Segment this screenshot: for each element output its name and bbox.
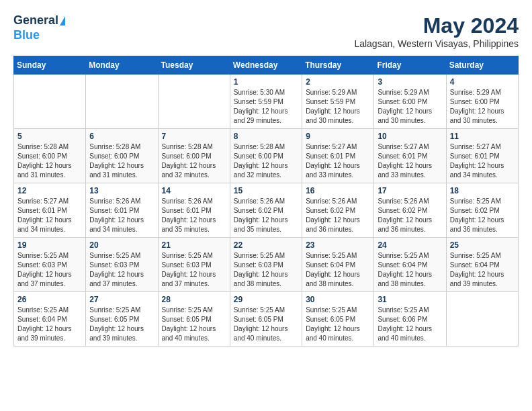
day-number: 26 [17, 295, 82, 304]
day-number: 18 [450, 186, 515, 195]
calendar-cell: 1Sunrise: 5:30 AM Sunset: 5:59 PM Daylig… [230, 75, 302, 129]
day-detail: Sunrise: 5:25 AM Sunset: 6:04 PM Dayligh… [450, 251, 515, 289]
calendar-cell [158, 75, 230, 129]
day-detail: Sunrise: 5:25 AM Sunset: 6:03 PM Dayligh… [234, 251, 298, 289]
day-detail: Sunrise: 5:25 AM Sunset: 6:05 PM Dayligh… [306, 306, 370, 343]
calendar-cell: 30Sunrise: 5:25 AM Sunset: 6:05 PM Dayli… [302, 292, 374, 347]
calendar-cell [446, 292, 518, 347]
calendar-cell: 21Sunrise: 5:25 AM Sunset: 6:03 PM Dayli… [158, 238, 230, 292]
calendar-cell: 7Sunrise: 5:28 AM Sunset: 6:00 PM Daylig… [158, 129, 230, 183]
day-detail: Sunrise: 5:29 AM Sunset: 6:00 PM Dayligh… [378, 88, 442, 126]
calendar-cell: 20Sunrise: 5:25 AM Sunset: 6:03 PM Dayli… [86, 238, 158, 292]
day-detail: Sunrise: 5:28 AM Sunset: 6:00 PM Dayligh… [162, 142, 226, 180]
day-detail: Sunrise: 5:27 AM Sunset: 6:01 PM Dayligh… [17, 197, 82, 234]
day-detail: Sunrise: 5:26 AM Sunset: 6:02 PM Dayligh… [306, 197, 370, 234]
calendar-cell: 24Sunrise: 5:25 AM Sunset: 6:04 PM Dayli… [374, 238, 446, 292]
day-detail: Sunrise: 5:25 AM Sunset: 6:04 PM Dayligh… [17, 306, 82, 343]
header-tuesday: Tuesday [158, 56, 230, 75]
calendar-cell: 12Sunrise: 5:27 AM Sunset: 6:01 PM Dayli… [14, 183, 86, 238]
header-wednesday: Wednesday [230, 56, 302, 75]
calendar-cell: 2Sunrise: 5:29 AM Sunset: 5:59 PM Daylig… [302, 75, 374, 129]
day-detail: Sunrise: 5:25 AM Sunset: 6:03 PM Dayligh… [89, 251, 154, 289]
day-detail: Sunrise: 5:26 AM Sunset: 6:02 PM Dayligh… [234, 197, 298, 234]
calendar-cell: 26Sunrise: 5:25 AM Sunset: 6:04 PM Dayli… [14, 292, 86, 347]
day-number: 31 [378, 295, 442, 304]
calendar-cell: 25Sunrise: 5:25 AM Sunset: 6:04 PM Dayli… [446, 238, 518, 292]
calendar-cell: 17Sunrise: 5:26 AM Sunset: 6:02 PM Dayli… [374, 183, 446, 238]
day-detail: Sunrise: 5:25 AM Sunset: 6:04 PM Dayligh… [306, 251, 370, 289]
day-detail: Sunrise: 5:25 AM Sunset: 6:05 PM Dayligh… [234, 306, 298, 343]
day-number: 28 [162, 295, 226, 304]
location: Lalagsan, Western Visayas, Philippines [354, 38, 519, 49]
calendar-cell: 6Sunrise: 5:28 AM Sunset: 6:00 PM Daylig… [86, 129, 158, 183]
month-title: May 2024 [354, 13, 519, 38]
week-row-1: 5Sunrise: 5:28 AM Sunset: 6:00 PM Daylig… [14, 129, 519, 183]
day-detail: Sunrise: 5:29 AM Sunset: 6:00 PM Dayligh… [450, 88, 515, 126]
day-number: 7 [162, 132, 226, 141]
day-detail: Sunrise: 5:25 AM Sunset: 6:05 PM Dayligh… [162, 306, 226, 343]
day-detail: Sunrise: 5:25 AM Sunset: 6:04 PM Dayligh… [378, 251, 442, 289]
calendar-cell: 4Sunrise: 5:29 AM Sunset: 6:00 PM Daylig… [446, 75, 518, 129]
day-number: 4 [450, 77, 515, 87]
day-number: 1 [234, 77, 298, 87]
day-detail: Sunrise: 5:29 AM Sunset: 5:59 PM Dayligh… [306, 88, 370, 126]
header-monday: Monday [86, 56, 158, 75]
day-number: 17 [378, 186, 442, 195]
day-number: 10 [378, 132, 442, 141]
calendar-cell [14, 75, 86, 129]
week-row-3: 19Sunrise: 5:25 AM Sunset: 6:03 PM Dayli… [14, 238, 519, 292]
calendar-cell: 22Sunrise: 5:25 AM Sunset: 6:03 PM Dayli… [230, 238, 302, 292]
day-number: 21 [162, 240, 226, 250]
title-area: May 2024 Lalagsan, Western Visayas, Phil… [354, 13, 519, 49]
day-detail: Sunrise: 5:26 AM Sunset: 6:01 PM Dayligh… [89, 197, 154, 234]
day-detail: Sunrise: 5:25 AM Sunset: 6:03 PM Dayligh… [162, 251, 226, 289]
calendar-cell: 5Sunrise: 5:28 AM Sunset: 6:00 PM Daylig… [14, 129, 86, 183]
calendar-cell: 14Sunrise: 5:26 AM Sunset: 6:01 PM Dayli… [158, 183, 230, 238]
day-number: 5 [17, 132, 82, 141]
calendar-cell [86, 75, 158, 129]
day-number: 23 [306, 240, 370, 250]
day-detail: Sunrise: 5:28 AM Sunset: 6:00 PM Dayligh… [89, 142, 154, 180]
day-detail: Sunrise: 5:30 AM Sunset: 5:59 PM Dayligh… [234, 88, 298, 126]
page-header: General Blue May 2024 Lalagsan, Western … [13, 13, 519, 49]
day-detail: Sunrise: 5:27 AM Sunset: 6:01 PM Dayligh… [306, 142, 370, 180]
day-number: 30 [306, 295, 370, 304]
day-number: 19 [17, 240, 82, 250]
calendar-cell: 28Sunrise: 5:25 AM Sunset: 6:05 PM Dayli… [158, 292, 230, 347]
day-detail: Sunrise: 5:26 AM Sunset: 6:02 PM Dayligh… [378, 197, 442, 234]
day-number: 29 [234, 295, 298, 304]
day-number: 14 [162, 186, 226, 195]
day-number: 27 [89, 295, 154, 304]
day-number: 25 [450, 240, 515, 250]
calendar-cell: 9Sunrise: 5:27 AM Sunset: 6:01 PM Daylig… [302, 129, 374, 183]
day-number: 24 [378, 240, 442, 250]
calendar-cell: 16Sunrise: 5:26 AM Sunset: 6:02 PM Dayli… [302, 183, 374, 238]
day-number: 2 [306, 77, 370, 87]
day-number: 13 [89, 186, 154, 195]
calendar-cell: 18Sunrise: 5:25 AM Sunset: 6:02 PM Dayli… [446, 183, 518, 238]
calendar-cell: 15Sunrise: 5:26 AM Sunset: 6:02 PM Dayli… [230, 183, 302, 238]
day-number: 8 [234, 132, 298, 141]
day-number: 3 [378, 77, 442, 87]
day-detail: Sunrise: 5:28 AM Sunset: 6:00 PM Dayligh… [17, 142, 82, 180]
week-row-4: 26Sunrise: 5:25 AM Sunset: 6:04 PM Dayli… [14, 292, 519, 347]
calendar-cell: 3Sunrise: 5:29 AM Sunset: 6:00 PM Daylig… [374, 75, 446, 129]
day-detail: Sunrise: 5:28 AM Sunset: 6:00 PM Dayligh… [234, 142, 298, 180]
calendar-header-row: SundayMondayTuesdayWednesdayThursdayFrid… [14, 56, 519, 75]
header-friday: Friday [374, 56, 446, 75]
calendar-cell: 23Sunrise: 5:25 AM Sunset: 6:04 PM Dayli… [302, 238, 374, 292]
calendar-cell: 13Sunrise: 5:26 AM Sunset: 6:01 PM Dayli… [86, 183, 158, 238]
day-number: 9 [306, 132, 370, 141]
day-number: 11 [450, 132, 515, 141]
day-number: 6 [89, 132, 154, 141]
day-detail: Sunrise: 5:25 AM Sunset: 6:02 PM Dayligh… [450, 197, 515, 234]
day-detail: Sunrise: 5:27 AM Sunset: 6:01 PM Dayligh… [450, 142, 515, 180]
day-number: 15 [234, 186, 298, 195]
header-thursday: Thursday [302, 56, 374, 75]
day-number: 20 [89, 240, 154, 250]
week-row-0: 1Sunrise: 5:30 AM Sunset: 5:59 PM Daylig… [14, 75, 519, 129]
day-detail: Sunrise: 5:25 AM Sunset: 6:03 PM Dayligh… [17, 251, 82, 289]
calendar-cell: 10Sunrise: 5:27 AM Sunset: 6:01 PM Dayli… [374, 129, 446, 183]
logo-text: General [13, 13, 65, 28]
calendar-cell: 11Sunrise: 5:27 AM Sunset: 6:01 PM Dayli… [446, 129, 518, 183]
